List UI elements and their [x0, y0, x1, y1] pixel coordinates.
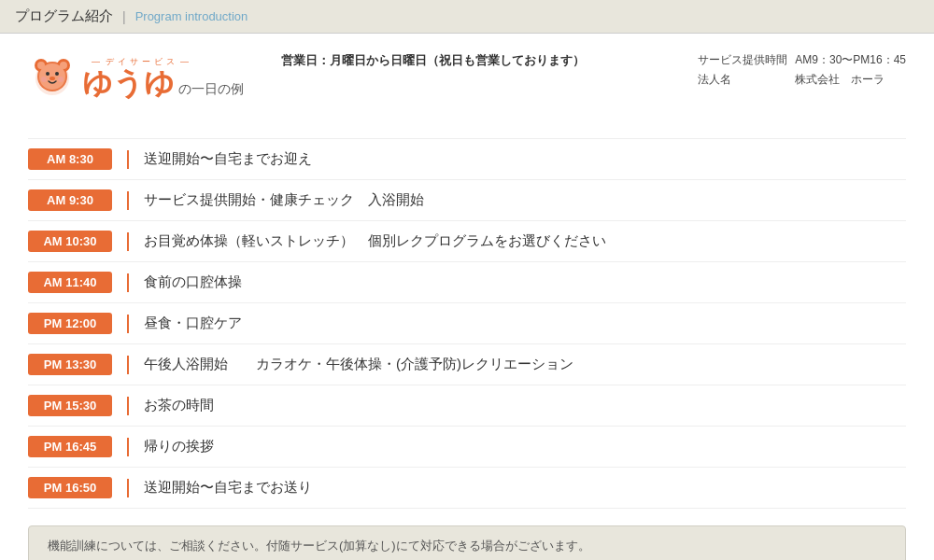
- corp-label: 法人名: [698, 72, 787, 88]
- schedule-item: AM 9:30サービス提供開始・健康チェック 入浴開始: [28, 180, 906, 221]
- logo-area: デイサービス ゆうゆ の一日の例: [28, 52, 244, 101]
- page-title-en: Program introduction: [135, 9, 248, 23]
- time-line: [127, 191, 129, 210]
- time-line: [127, 273, 129, 292]
- time-line: [127, 150, 129, 169]
- schedule-item: PM 12:00昼食・口腔ケア: [28, 303, 906, 344]
- schedule-item: PM 13:30午後人浴開始 カラオケ・午後体操・(介護予防)レクリエーション: [28, 344, 906, 385]
- business-info: 営業日：月曜日から日曜日（祝日も営業しております）: [281, 52, 660, 69]
- schedule-desc: サービス提供開始・健康チェック 入浴開始: [144, 191, 424, 209]
- logo-icon: [28, 52, 77, 101]
- logo-text-area: デイサービス ゆうゆ の一日の例: [82, 56, 244, 98]
- schedule-desc: お目覚め体操（軽いストレッチ） 個別レクプログラムをお選びください: [144, 232, 606, 250]
- time-badge: AM 8:30: [28, 148, 112, 170]
- schedule-desc: お茶の時間: [144, 397, 214, 414]
- time-badge: PM 15:30: [28, 395, 112, 416]
- schedule-item: AM 11:40食前の口腔体操: [28, 262, 906, 303]
- time-line: [127, 397, 129, 415]
- svg-point-8: [55, 72, 59, 76]
- svg-point-9: [50, 77, 55, 80]
- time-badge: PM 13:30: [28, 354, 112, 375]
- svg-point-11: [58, 77, 64, 82]
- schedule-desc: 食前の口腔体操: [144, 273, 242, 291]
- svg-point-7: [46, 72, 50, 76]
- time-badge: AM 10:30: [28, 231, 112, 252]
- main-content: デイサービス ゆうゆ の一日の例 営業日：月曜日から日曜日（祝日も営業しておりま…: [0, 34, 934, 560]
- logo-name: ゆうゆ: [82, 68, 175, 98]
- schedule-desc: 帰りの挨拶: [144, 438, 214, 455]
- schedule-item: PM 16:45帰りの挨拶: [28, 427, 906, 468]
- schedule-item: AM 10:30お目覚め体操（軽いストレッチ） 個別レクプログラムをお選びくださ…: [28, 221, 906, 262]
- time-badge: PM 12:00: [28, 313, 112, 334]
- time-badge: PM 16:50: [28, 477, 112, 498]
- page-title-ja: プログラム紹介: [15, 7, 113, 25]
- info-labels: サービス提供時間 法人名: [698, 52, 787, 88]
- schedule-desc: 午後人浴開始 カラオケ・午後体操・(介護予防)レクリエーション: [144, 356, 573, 373]
- svg-point-10: [41, 77, 47, 82]
- footer-note: 機能訓練については、ご相談ください。付随サービス(加算なし)にて対応できる場合が…: [28, 525, 906, 560]
- schedule-desc: 送迎開始〜自宅までお迎え: [144, 150, 312, 168]
- schedule-desc: 送迎開始〜自宅までお送り: [144, 479, 312, 497]
- schedule-list: AM 8:30送迎開始〜自宅までお迎えAM 9:30サービス提供開始・健康チェッ…: [28, 138, 906, 509]
- time-line: [127, 438, 129, 456]
- header-divider: |: [122, 9, 126, 24]
- business-label: 営業日：: [281, 53, 330, 67]
- info-values: AM9：30〜PM16：45 株式会社 ホーラ: [795, 52, 906, 88]
- schedule-item: PM 16:50送迎開始〜自宅までお送り: [28, 468, 906, 509]
- time-line: [127, 479, 129, 497]
- corp-value: 株式会社 ホーラ: [795, 72, 906, 88]
- time-line: [127, 315, 129, 333]
- business-days: 営業日：月曜日から日曜日（祝日も営業しております）: [281, 52, 585, 69]
- service-time-label: サービス提供時間: [698, 52, 787, 68]
- page-header: プログラム紹介 | Program introduction: [0, 0, 934, 34]
- service-time-value: AM9：30〜PM16：45: [795, 52, 906, 68]
- time-badge: PM 16:45: [28, 436, 112, 457]
- time-badge: AM 9:30: [28, 189, 112, 211]
- business-days-value: 月曜日から日曜日（祝日も営業しております）: [330, 53, 585, 67]
- schedule-item: AM 8:30送迎開始〜自宅までお迎え: [28, 138, 906, 180]
- logo-example: の一日の例: [178, 81, 244, 98]
- time-line: [127, 232, 129, 251]
- time-badge: AM 11:40: [28, 272, 112, 293]
- service-info-block: サービス提供時間 法人名 AM9：30〜PM16：45 株式会社 ホーラ: [698, 52, 906, 88]
- schedule-item: PM 15:30お茶の時間: [28, 385, 906, 427]
- schedule-desc: 昼食・口腔ケア: [144, 315, 242, 332]
- footer-note-text: 機能訓練については、ご相談ください。付随サービス(加算なし)にて対応できる場合が…: [48, 539, 590, 553]
- header-row: デイサービス ゆうゆ の一日の例 営業日：月曜日から日曜日（祝日も営業しておりま…: [28, 52, 906, 116]
- time-line: [127, 356, 129, 374]
